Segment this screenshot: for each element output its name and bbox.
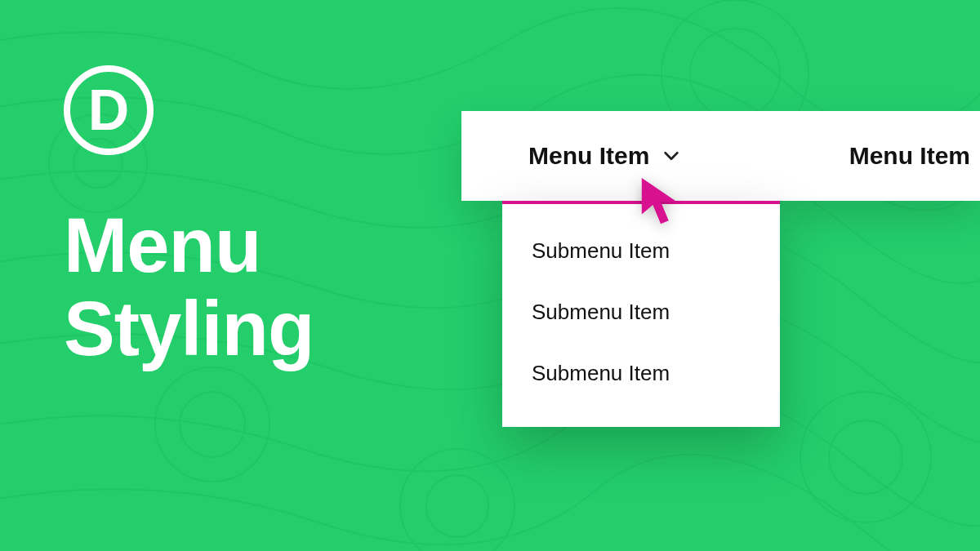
chevron-down-icon [662,147,680,165]
menu-item-2-label: Menu Item [849,142,970,170]
submenu-item-1-label: Submenu Item [532,238,670,263]
submenu-item-3[interactable]: Submenu Item [502,343,780,404]
submenu-item-1[interactable]: Submenu Item [502,220,780,282]
title-line-1: Menu [64,204,314,287]
menu-item-1[interactable]: Menu Item [528,142,680,170]
page-title: Menu Styling [64,204,314,370]
submenu-item-2-label: Submenu Item [532,300,670,324]
brand-letter: D [88,82,130,139]
menu-bar: Menu Item Menu Item [461,111,980,201]
menu-item-2[interactable]: Menu Item [849,142,970,170]
submenu-dropdown: Submenu Item Submenu Item Submenu Item [502,201,780,427]
submenu-item-2[interactable]: Submenu Item [502,282,780,343]
brand-logo: D [64,65,154,155]
submenu-item-3-label: Submenu Item [532,361,670,385]
title-line-2: Styling [64,287,314,371]
menu-item-1-label: Menu Item [528,142,649,170]
